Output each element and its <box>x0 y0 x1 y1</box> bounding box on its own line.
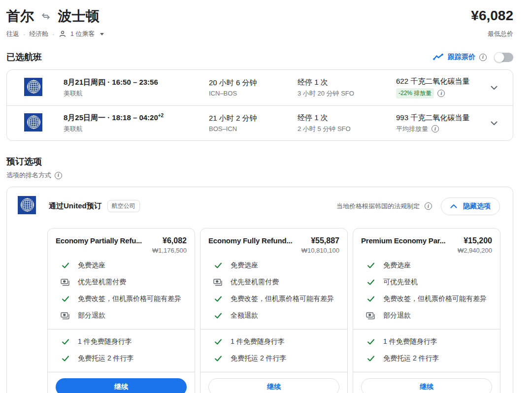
flight-booking-page: 首尔 波士顿 ¥6,082 往返 · 经济舱 · 1 位乘客 <box>0 0 532 393</box>
flight-emissions: 993 千克二氧化碳当量 <box>396 113 487 123</box>
page-title: 首尔 波士顿 <box>6 7 100 26</box>
trip-summary: 往返 · 经济舱 · 1 位乘客 <box>6 30 104 38</box>
check-icon <box>61 295 70 302</box>
fare-feature: 免费选座 <box>208 257 339 274</box>
expand-flight-chevron-icon[interactable] <box>487 81 501 95</box>
fare-price: ¥6,082 <box>152 236 187 245</box>
stop-detail: 3 小时 20 分钟 SFO <box>298 89 396 98</box>
emissions-badge: -22% 排放量 <box>396 88 434 98</box>
money-icon <box>213 279 223 286</box>
ranking-note: 选项的排名方式 <box>6 171 51 180</box>
expand-flight-chevron-icon[interactable] <box>487 116 501 130</box>
track-price-toggle[interactable] <box>495 53 513 62</box>
fare-card-premium-economy: Premium Economy Par... ¥15,200 ₩2,940,20… <box>353 228 500 393</box>
baggage-feature: 免费托运 2 件行李 <box>56 350 187 367</box>
baggage-feature: 免费托运 2 件行李 <box>208 350 339 367</box>
flight-row-return[interactable]: 8月25日周一 · 18:18 – 04:20+2 美联航 21 小时 2 分钟… <box>7 105 513 140</box>
airline-logo <box>24 78 64 98</box>
fare-feature: 免费改签，但机票价格可能有差异 <box>56 291 187 307</box>
check-icon <box>366 295 375 302</box>
baggage-feature: 1 件免费随身行李 <box>56 333 187 350</box>
booking-option-card: 通过United预订 航空公司 当地价格根据韩国的法规制定 i 隐藏选项 <box>6 187 513 393</box>
fare-feature: 免费选座 <box>56 257 187 274</box>
trip-type-label: 往返 <box>6 30 19 38</box>
destination-city: 波士顿 <box>58 7 100 26</box>
passengers-selector[interactable]: 1 位乘客 <box>70 30 95 38</box>
ranking-note-row: 选项的排名方式 i <box>6 171 513 180</box>
check-icon <box>213 338 223 345</box>
money-icon <box>61 312 70 320</box>
flight-stops: 经停 1 次 <box>298 113 396 123</box>
track-price-info-icon[interactable]: i <box>479 54 487 61</box>
hide-options-button[interactable]: 隐藏选项 <box>441 197 500 215</box>
person-icon <box>59 30 66 38</box>
flight-stops: 经停 1 次 <box>298 78 396 87</box>
lowest-total-price: ¥6,082 <box>471 7 513 24</box>
cabin-class-label: 经济舱 <box>29 30 48 38</box>
emissions-info-icon[interactable]: i <box>437 90 445 97</box>
fare-card-economy-fully-refundable: Economy Fully Refund... ¥55,887 ₩10,810,… <box>200 228 348 393</box>
check-icon <box>213 355 223 362</box>
continue-button[interactable]: 继续 <box>56 378 187 393</box>
fare-card-economy-partially-refundable: Economy Partially Refu... ¥6,082 ₩1,176,… <box>47 228 195 393</box>
baggage-feature: 1 件免费随身行李 <box>208 333 339 350</box>
price-trend-icon <box>433 54 444 61</box>
check-icon <box>213 312 223 319</box>
fare-price-local: ₩2,940,200 <box>458 247 492 254</box>
fare-feature: 可优先登机 <box>361 274 492 291</box>
continue-button[interactable]: 继续 <box>208 378 339 393</box>
emissions-info-icon[interactable]: i <box>432 125 439 132</box>
check-icon <box>366 279 375 286</box>
airline-logo <box>24 113 64 133</box>
check-icon <box>366 355 375 362</box>
toggle-knob <box>494 52 504 63</box>
baggage-feature: 1 件免费随身行李 <box>361 333 492 350</box>
selected-flights-card: 8月21日周四 · 16:50 – 23:56 美联航 20 小时 6 分钟 I… <box>6 69 513 141</box>
fare-options: Economy Partially Refu... ¥6,082 ₩1,176,… <box>47 228 500 393</box>
flight-route: BOS–ICN <box>209 125 298 132</box>
track-price-label: 跟踪票价 <box>448 53 475 62</box>
stop-detail: 2 小时 5 分钟 SFO <box>298 125 396 133</box>
check-icon <box>213 295 223 302</box>
arrival-offset: +2 <box>158 113 164 118</box>
fare-feature: 免费选座 <box>361 257 492 274</box>
flight-duration: 21 小时 2 分钟 <box>209 114 298 123</box>
booking-options-header: 预订选项 <box>6 156 513 167</box>
fare-feature: 部分退款 <box>361 307 492 324</box>
airline-name: 美联航 <box>64 89 209 98</box>
fare-price: ¥15,200 <box>458 236 492 245</box>
passengers-caret-icon[interactable] <box>100 33 104 35</box>
money-icon <box>366 312 375 320</box>
ranking-info-icon[interactable]: i <box>55 172 62 179</box>
header-subrow: 往返 · 经济舱 · 1 位乘客 最低总价 <box>6 30 513 38</box>
selected-flights-header: 已选航班 跟踪票价 i <box>6 51 513 63</box>
check-icon <box>213 262 223 269</box>
swap-cities-icon[interactable] <box>41 11 51 21</box>
local-price-info-icon[interactable]: i <box>425 202 432 210</box>
fare-feature: 全额退款 <box>208 307 339 324</box>
provider-title: 通过United预订 <box>49 201 101 211</box>
baggage-feature: 免费托运 2 件行李 <box>361 350 492 367</box>
airline-name: 美联航 <box>64 125 209 133</box>
fare-feature: 优先登机需付费 <box>56 274 187 291</box>
money-icon <box>61 279 70 286</box>
fare-name: Premium Economy Par... <box>361 236 446 254</box>
provider-logo <box>18 196 36 216</box>
fare-feature: 免费改签，但机票价格可能有差异 <box>361 291 492 307</box>
booking-options-title: 预订选项 <box>6 156 42 167</box>
fare-feature: 优先登机需付费 <box>208 274 339 291</box>
check-icon <box>61 338 70 345</box>
selected-flights-title: 已选航班 <box>6 51 42 63</box>
flight-duration: 20 小时 6 分钟 <box>209 78 298 88</box>
fare-name: Economy Partially Refu... <box>56 236 142 254</box>
fare-feature: 免费改签，但机票价格可能有差异 <box>208 291 339 307</box>
track-price-control: 跟踪票价 i <box>433 53 513 62</box>
fare-price-local: ₩1,176,500 <box>152 247 187 254</box>
fare-price: ¥55,887 <box>301 236 339 245</box>
price-caption: 最低总价 <box>488 30 513 38</box>
continue-button[interactable]: 继续 <box>361 378 492 393</box>
header: 首尔 波士顿 ¥6,082 <box>6 7 513 26</box>
fare-price-local: ₩10,810,100 <box>301 247 339 254</box>
flight-row-outbound[interactable]: 8月21日周四 · 16:50 – 23:56 美联航 20 小时 6 分钟 I… <box>7 70 513 105</box>
check-icon <box>366 338 375 345</box>
